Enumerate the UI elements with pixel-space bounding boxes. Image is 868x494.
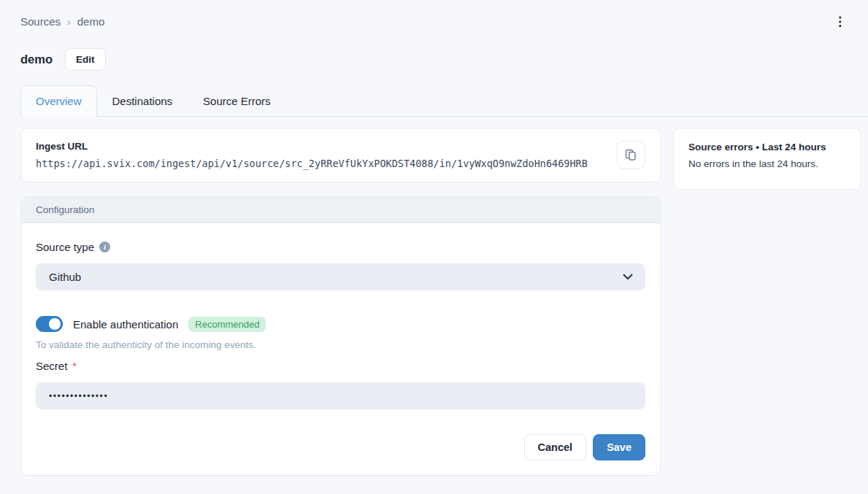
content-area: Ingest URL https://api.svix.com/ingest/a… [0, 117, 868, 476]
save-button[interactable]: Save [593, 434, 645, 460]
ingest-url-card: Ingest URL https://api.svix.com/ingest/a… [20, 128, 661, 182]
source-type-select[interactable]: Github [36, 263, 645, 290]
secret-label: Secret [36, 360, 67, 372]
source-type-selected-value: Github [49, 271, 81, 283]
enable-auth-row: Enable authentication Recommended [36, 316, 645, 332]
ingest-url-label: Ingest URL [36, 141, 588, 152]
enable-auth-toggle[interactable] [36, 316, 63, 332]
tab-source-errors[interactable]: Source Errors [188, 85, 286, 116]
configuration-card: Configuration Source type i Github [20, 196, 661, 476]
kebab-menu-button[interactable]: ⋮ [829, 14, 850, 29]
enable-auth-label: Enable authentication [73, 318, 178, 331]
auth-helper-text: To validate the authenticity of the inco… [36, 339, 645, 350]
ingest-url-value: https://api.svix.com/ingest/api/v1/sourc… [36, 158, 588, 169]
source-type-label-row: Source type i [36, 241, 645, 253]
configuration-card-header: Configuration [21, 197, 660, 223]
side-column: Source errors • Last 24 hours No errors … [673, 128, 861, 190]
tab-bar: Overview Destinations Source Errors [20, 85, 868, 117]
toggle-knob [49, 318, 61, 330]
kebab-menu-icon: ⋮ [834, 15, 846, 28]
breadcrumb-separator-icon: › [67, 16, 71, 28]
breadcrumb-sources-link[interactable]: Sources [20, 15, 61, 28]
secret-input[interactable]: •••••••••••••• [36, 382, 645, 409]
breadcrumb-current: demo [77, 15, 105, 28]
edit-button[interactable]: Edit [65, 48, 106, 71]
breadcrumb: Sources › demo [20, 15, 104, 28]
required-asterisk: * [72, 360, 76, 372]
secret-label-row: Secret * [36, 360, 645, 372]
tab-overview[interactable]: Overview [20, 85, 97, 117]
cancel-button[interactable]: Cancel [524, 434, 587, 460]
source-errors-body: No errors in the last 24 hours. [688, 158, 846, 169]
source-type-label: Source type [36, 241, 94, 253]
source-errors-card: Source errors • Last 24 hours No errors … [673, 128, 861, 190]
ingest-url-block: Ingest URL https://api.svix.com/ingest/a… [36, 141, 588, 169]
configuration-card-body: Source type i Github Enable authentic [21, 223, 660, 475]
recommended-badge: Recommended [188, 317, 266, 332]
form-actions: Cancel Save [36, 434, 645, 460]
topbar: Sources › demo ⋮ [0, 0, 868, 29]
source-errors-title: Source errors • Last 24 hours [688, 142, 846, 153]
copy-url-button[interactable] [617, 141, 645, 169]
chevron-down-icon [623, 274, 633, 280]
tab-destinations[interactable]: Destinations [97, 85, 188, 116]
main-column: Ingest URL https://api.svix.com/ingest/a… [20, 128, 661, 476]
copy-icon [625, 149, 637, 161]
title-row: demo Edit [0, 48, 868, 71]
source-detail-page: Sources › demo ⋮ demo Edit Overview Dest… [0, 0, 868, 476]
page-title: demo [20, 53, 53, 66]
info-icon[interactable]: i [99, 242, 110, 252]
